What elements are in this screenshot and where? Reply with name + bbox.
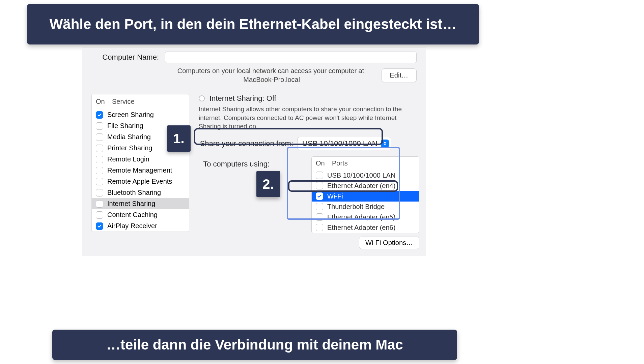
checkbox-icon[interactable] xyxy=(316,172,323,179)
share-from-value: USB 10/100/1000 LAN xyxy=(302,139,377,148)
service-row[interactable]: Remote Apple Events xyxy=(92,176,189,187)
checkbox-icon[interactable] xyxy=(96,222,103,230)
service-label: Remote Login xyxy=(107,155,149,163)
port-row[interactable]: USB 10/100/1000 LAN xyxy=(312,170,419,181)
service-row[interactable]: AirPlay Receiver xyxy=(92,220,189,232)
to-computers-label: To computers using: xyxy=(199,156,270,169)
annotation-bottom-text: …teile dann die Verbindung mit deinem Ma… xyxy=(106,337,403,353)
detail-panel: Internet Sharing: Off Internet Sharing a… xyxy=(199,94,419,249)
service-label: Remote Management xyxy=(107,166,172,174)
service-row[interactable]: Internet Sharing xyxy=(92,198,189,209)
checkbox-icon[interactable] xyxy=(316,224,323,231)
header-on: On xyxy=(96,98,112,105)
edit-button[interactable]: Edit… xyxy=(382,68,417,82)
port-row[interactable]: Thunderbolt Bridge xyxy=(312,202,419,212)
service-label: Content Caching xyxy=(107,211,158,219)
service-row[interactable]: Content Caching xyxy=(92,209,189,220)
header-service: Service xyxy=(112,98,135,105)
to-computers-row: To computers using: On Ports USB 10/100/… xyxy=(199,156,419,249)
checkbox-icon[interactable] xyxy=(96,200,103,208)
computer-name-label: Computer Name: xyxy=(91,53,159,62)
checkbox-icon[interactable] xyxy=(96,145,103,152)
service-list-header: On Service xyxy=(92,94,189,109)
sharing-preferences-window: Computer Name: Computers on your local n… xyxy=(82,47,426,256)
checkbox-icon[interactable] xyxy=(316,182,323,189)
port-label: USB 10/100/1000 LAN xyxy=(327,172,395,179)
step2-text: 2. xyxy=(262,177,274,192)
checkbox-icon[interactable] xyxy=(316,192,323,200)
checkbox-icon[interactable] xyxy=(316,203,323,210)
service-label: Internet Sharing xyxy=(107,200,155,208)
checkbox-icon[interactable] xyxy=(96,133,103,141)
port-label: Ethernet Adapter (en5) xyxy=(327,213,395,221)
computer-name-row: Computer Name: xyxy=(82,48,426,65)
service-label: Media Sharing xyxy=(107,133,151,141)
ports-list: On Ports USB 10/100/1000 LANEthernet Ada… xyxy=(311,156,419,233)
port-label: Ethernet Adapter (en4) xyxy=(327,182,395,190)
wifi-options-button[interactable]: Wi-Fi Options… xyxy=(359,237,419,249)
port-row[interactable]: Wi-Fi xyxy=(312,191,419,202)
computer-name-field[interactable] xyxy=(165,52,417,63)
checkbox-icon[interactable] xyxy=(96,122,103,130)
ports-header-on: On xyxy=(316,159,332,167)
service-label: Bluetooth Sharing xyxy=(107,189,161,196)
step-badge-2: 2. xyxy=(256,171,280,197)
port-label: Thunderbolt Bridge xyxy=(327,203,385,211)
step1-text: 1. xyxy=(173,131,184,146)
port-row[interactable]: Ethernet Adapter (en6) xyxy=(312,222,419,233)
service-label: Remote Apple Events xyxy=(107,178,172,185)
port-row[interactable]: Ethernet Adapter (en4) xyxy=(312,181,419,191)
service-label: Screen Sharing xyxy=(107,111,154,119)
share-from-select[interactable]: USB 10/100/1000 LAN xyxy=(297,137,391,150)
step-badge-1: 1. xyxy=(167,125,191,152)
ports-header-ports: Ports xyxy=(332,159,348,167)
content-split: On Service Screen SharingFile SharingMed… xyxy=(82,91,426,249)
network-access-row: Computers on your local network can acce… xyxy=(82,65,426,91)
checkbox-icon[interactable] xyxy=(96,211,103,219)
service-row[interactable]: Screen Sharing xyxy=(92,109,189,120)
detail-title-row: Internet Sharing: Off xyxy=(199,94,419,103)
network-access-text: Computers on your local network can acce… xyxy=(167,66,376,84)
ports-list-header: On Ports xyxy=(312,157,419,170)
annotation-top-text: Wähle den Port, in den dein Ethernet-Kab… xyxy=(50,16,457,33)
service-row[interactable]: Remote Management xyxy=(92,165,189,176)
port-row[interactable]: Ethernet Adapter (en5) xyxy=(312,212,419,222)
checkbox-icon[interactable] xyxy=(96,167,103,174)
service-label: Printer Sharing xyxy=(107,144,152,152)
service-row[interactable]: Remote Login xyxy=(92,154,189,165)
status-radio-icon xyxy=(199,95,205,101)
checkbox-icon[interactable] xyxy=(96,189,103,196)
service-list: On Service Screen SharingFile SharingMed… xyxy=(91,94,189,232)
share-from-row: Share your connection from: USB 10/100/1… xyxy=(199,137,419,150)
checkbox-icon[interactable] xyxy=(96,156,103,163)
checkbox-icon[interactable] xyxy=(96,111,103,119)
service-row[interactable]: Bluetooth Sharing xyxy=(92,187,189,198)
detail-title: Internet Sharing: Off xyxy=(209,94,276,103)
detail-description: Internet Sharing allows other computers … xyxy=(199,105,419,131)
checkbox-icon[interactable] xyxy=(96,178,103,185)
checkbox-icon[interactable] xyxy=(316,213,323,221)
annotation-top-banner: Wähle den Port, in den dein Ethernet-Kab… xyxy=(27,4,479,44)
annotation-bottom-banner: …teile dann die Verbindung mit deinem Ma… xyxy=(52,330,457,360)
port-label: Ethernet Adapter (en6) xyxy=(327,224,395,232)
port-label: Wi-Fi xyxy=(327,192,343,200)
select-arrows-icon xyxy=(381,140,389,148)
service-label: AirPlay Receiver xyxy=(107,222,157,230)
share-from-label: Share your connection from: xyxy=(199,139,293,148)
service-label: File Sharing xyxy=(107,122,143,130)
